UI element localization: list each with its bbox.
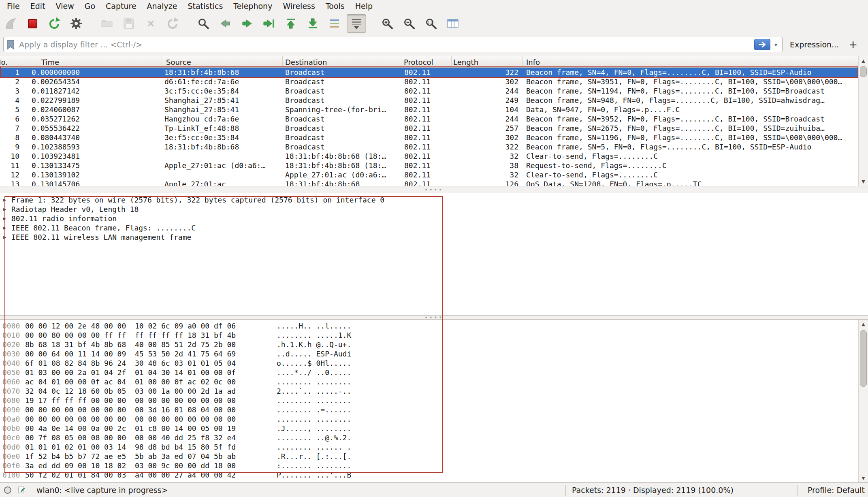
profile-text[interactable]: Profile: Default — [808, 486, 865, 495]
packet-row[interactable]: 30.0118271423c:f5:cc:0e:35:84Broadcast80… — [0, 86, 858, 96]
hex-row[interactable]: 00e01f 52 b4 b5 b7 72 ae e5 5b ab 3a ed … — [0, 452, 858, 461]
go-back-button[interactable] — [215, 14, 235, 33]
packet-row[interactable]: 110.130133475Apple_27:01:ac (d0:a6:…18:3… — [0, 161, 858, 170]
expander-icon[interactable]: ▸ — [3, 195, 11, 205]
detail-row[interactable]: ▸IEEE 802.11 Beacon frame, Flags: ......… — [0, 223, 868, 233]
scroll-up-arrow-icon[interactable]: ▲ — [859, 320, 868, 328]
scroll-down-arrow-icon[interactable]: ▼ — [859, 177, 868, 186]
hex-row[interactable]: 009000 00 00 00 00 00 00 00 00 3d 16 01 … — [0, 405, 858, 414]
menu-go[interactable]: Go — [79, 0, 100, 12]
zoom-in-button[interactable] — [377, 14, 397, 33]
column-header-source[interactable]: Source — [162, 56, 283, 67]
hex-row[interactable]: 00406f 01 08 82 84 8b 96 24 30 48 6c 03 … — [0, 358, 858, 368]
hex-row[interactable]: 008019 17 ff ff ff 00 00 00 00 00 00 00 … — [0, 396, 858, 405]
menu-wireless[interactable]: Wireless — [277, 0, 320, 12]
menu-view[interactable]: View — [51, 0, 79, 12]
packet-scrollbar-thumb[interactable] — [860, 66, 867, 77]
zoom-out-button[interactable] — [399, 14, 419, 33]
detail-row[interactable]: ▸Frame 1: 322 bytes on wire (2576 bits),… — [0, 195, 868, 205]
hex-row[interactable]: 001000 00 80 00 00 00 ff ff ff ff ff ff … — [0, 331, 858, 340]
packet-list-scrollbar[interactable]: ▲ ▼ — [858, 56, 868, 186]
pane-splitter-top[interactable]: •••• — [0, 187, 868, 193]
expression-button[interactable]: Expression... — [790, 40, 839, 49]
expander-icon[interactable]: ▸ — [3, 214, 11, 223]
expander-icon[interactable]: ▸ — [3, 205, 11, 214]
menu-capture[interactable]: Capture — [100, 0, 142, 12]
detail-row[interactable]: ▸Radiotap Header v0, Length 18 — [0, 205, 868, 214]
packet-cell-time: 0.055536422 — [22, 124, 162, 133]
packet-row[interactable]: 10.00000000018:31:bf:4b:8b:68Broadcast80… — [0, 68, 858, 77]
menu-tools[interactable]: Tools — [320, 0, 350, 12]
find-packet-button[interactable] — [194, 14, 213, 33]
packet-row[interactable]: 40.022799189Shanghai_27:85:41Broadcast80… — [0, 96, 858, 105]
filter-history-dropdown[interactable]: ▾ — [770, 41, 780, 48]
hex-row[interactable]: 005001 03 00 00 2a 01 04 2f 01 04 30 14 … — [0, 368, 858, 377]
menu-help[interactable]: Help — [350, 0, 378, 12]
column-header-info[interactable]: Info — [523, 56, 868, 67]
hex-row[interactable]: 000000 00 12 00 2e 48 00 00 10 02 6c 09 … — [0, 321, 858, 331]
hex-row[interactable]: 003000 00 64 00 11 14 00 09 45 53 50 2d … — [0, 349, 858, 358]
scroll-down-arrow-icon[interactable]: ▼ — [859, 474, 868, 482]
colorize-list-button[interactable] — [325, 14, 344, 33]
close-file-button[interactable]: × — [141, 14, 160, 33]
column-header-time[interactable]: Time — [22, 56, 162, 67]
restart-capture-button[interactable] — [45, 14, 64, 33]
hex-row[interactable]: 00b000 4a 0e 14 00 0a 00 2c 01 c8 00 14 … — [0, 424, 858, 433]
column-header-protocol[interactable]: Protocol — [402, 56, 452, 67]
go-first-packet-button[interactable] — [281, 14, 301, 33]
menu-analyze[interactable]: Analyze — [142, 0, 183, 12]
packet-row[interactable]: 50.024060087Shanghai_27:85:41Spanning-tr… — [0, 105, 858, 114]
filter-bookmark-icon[interactable] — [6, 39, 15, 50]
zoom-original-button[interactable]: 1:1 — [421, 14, 441, 33]
packet-row[interactable]: 80.0804437403e:f5:cc:0e:35:84Broadcast80… — [0, 133, 858, 142]
reload-file-button[interactable] — [163, 14, 182, 33]
capture-comment-icon[interactable] — [18, 486, 26, 494]
detail-row[interactable]: ▸802.11 radio information — [0, 214, 868, 223]
menu-file[interactable]: File — [2, 0, 25, 12]
column-header-destination[interactable]: Destination — [283, 56, 402, 67]
hex-scrollbar-thumb[interactable] — [860, 330, 867, 387]
expander-icon[interactable]: ▸ — [3, 233, 11, 242]
display-filter-input[interactable]: Apply a display filter ... <Ctrl-/> ▾ — [3, 37, 783, 52]
detail-row[interactable]: ▸IEEE 802.11 wireless LAN management fra… — [0, 233, 868, 242]
expert-info-icon[interactable] — [4, 486, 11, 494]
hex-row[interactable]: 0060ac 04 01 00 00 0f ac 04 01 00 00 0f … — [0, 377, 858, 386]
hex-row[interactable]: 010050 f2 02 01 01 84 00 03 a4 00 00 27 … — [0, 470, 858, 480]
hex-row[interactable]: 00d001 01 01 02 01 00 03 14 98 d8 bd b4 … — [0, 442, 858, 452]
hex-row[interactable]: 00208b 68 18 31 bf 4b 8b 68 40 00 85 51 … — [0, 340, 858, 349]
hex-row[interactable]: 007032 04 0c 12 18 60 0b 05 03 00 1a 00 … — [0, 386, 858, 396]
packet-details-pane: ▸Frame 1: 322 bytes on wire (2576 bits),… — [0, 193, 868, 316]
expander-icon[interactable]: ▸ — [3, 223, 11, 233]
menu-telephony[interactable]: Telephony — [228, 0, 277, 12]
packet-row[interactable]: 130.130145706Apple_27:01:ac18:31:bf:4b:8… — [0, 179, 858, 186]
packet-cell-protocol: 802.11 — [402, 161, 452, 170]
open-file-button[interactable] — [97, 14, 117, 33]
packet-row[interactable]: 100.10392348118:31:bf:4b:8b:68 (18:…802.… — [0, 151, 858, 161]
auto-scroll-button[interactable] — [347, 14, 366, 33]
go-last-packet-button[interactable] — [303, 14, 322, 33]
column-header-length[interactable]: Length — [452, 56, 523, 67]
menu-statistics[interactable]: Statistics — [182, 0, 228, 12]
stop-capture-button[interactable] — [23, 14, 42, 33]
packet-row[interactable]: 20.002654354d6:61:fe:cd:7a:6eBroadcast80… — [0, 77, 858, 86]
resize-columns-button[interactable] — [443, 14, 463, 33]
packet-row[interactable]: 70.055536422Tp-LinkT_ef:48:88Broadcast80… — [0, 124, 858, 133]
go-to-packet-button[interactable] — [259, 14, 279, 33]
hex-row[interactable]: 00c000 7f 08 05 00 08 00 00 00 00 40 dd … — [0, 433, 858, 442]
save-file-button[interactable] — [119, 14, 139, 33]
apply-filter-button[interactable] — [754, 39, 770, 50]
go-forward-button[interactable] — [237, 14, 257, 33]
start-capture-button[interactable] — [1, 14, 20, 33]
packet-row[interactable]: 60.035271262Hangzhou_cd:7a:6eBroadcast80… — [0, 114, 858, 124]
packet-row[interactable]: 120.130139102Apple_27:01:ac (d0:a6:…802.… — [0, 170, 858, 179]
scroll-up-arrow-icon[interactable]: ▲ — [859, 56, 868, 65]
capture-options-button[interactable] — [66, 14, 86, 33]
column-header-no[interactable]: No. — [0, 56, 22, 67]
hex-row[interactable]: 00f03a ed dd 09 00 10 18 02 03 00 9c 00 … — [0, 461, 858, 470]
pane-splitter-bottom[interactable]: •••• — [0, 316, 868, 319]
add-filter-button[interactable]: + — [849, 39, 857, 50]
packet-row[interactable]: 90.10238859318:31:bf:4b:8b:68Broadcast80… — [0, 142, 858, 151]
hex-row[interactable]: 00a000 00 00 00 00 00 00 00 00 00 00 00 … — [0, 414, 858, 424]
hex-scrollbar[interactable]: ▲ ▼ — [858, 320, 868, 482]
menu-edit[interactable]: Edit — [25, 0, 51, 12]
